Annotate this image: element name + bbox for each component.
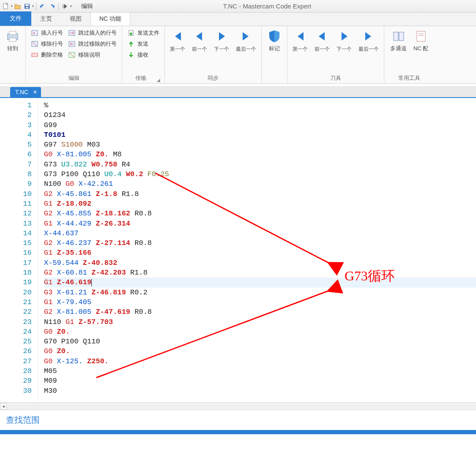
code-line[interactable]: M05 <box>44 366 476 376</box>
line-number: 17 <box>0 258 32 268</box>
line-number: 3 <box>0 120 32 130</box>
prev-icon <box>193 30 206 43</box>
svg-rect-2 <box>25 4 29 6</box>
title-bar: ▾ ▾ ▾ 编辑 T.NC - Mastercam Code Expert <box>0 0 476 13</box>
code-line[interactable]: N110 G1 Z-57.703 <box>44 317 476 327</box>
code-editor[interactable]: 1234567891011121314151617181920212223242… <box>0 98 476 402</box>
goto-button[interactable]: 转到 <box>3 28 23 54</box>
code-area[interactable]: G73循环 %O1234G99T0101G97 S1000 M03G0 X-81… <box>38 98 476 402</box>
first-icon <box>293 30 307 43</box>
tool-first-button[interactable]: 第一个 <box>290 28 310 54</box>
code-line[interactable]: G2 X-81.005 Z-47.619 R0.8 <box>44 307 476 317</box>
group-transfer-label: 传输 <box>125 73 157 83</box>
sync-next-button[interactable]: 下一个 <box>211 28 232 54</box>
scroll-left-icon[interactable]: ◄ <box>0 403 7 410</box>
tab-view[interactable]: 视图 <box>61 12 90 26</box>
remove-line-no-button[interactable]: 移除行号 <box>28 39 66 49</box>
send-button[interactable]: 发送 <box>125 39 162 49</box>
code-line[interactable]: G0 X-125. Z250. <box>44 356 476 366</box>
code-line[interactable]: G3 X-61.21 Z-46.819 R0.2 <box>44 288 476 297</box>
insert-line-icon: # <box>31 29 38 37</box>
horizontal-scrollbar[interactable]: ◄ <box>0 402 476 410</box>
close-icon[interactable]: ✕ <box>32 89 38 95</box>
line-number: 6 <box>0 150 32 159</box>
code-line[interactable]: G97 S1000 M03 <box>44 140 476 150</box>
ribbon-tabs: 文件 主页 视图 NC 功能 <box>0 13 476 26</box>
code-line[interactable]: T0101 <box>44 130 476 140</box>
window-title: T.NC - Mastercam Code Expert <box>101 3 476 10</box>
code-line[interactable]: G1 Z-18.092 <box>44 199 476 209</box>
tab-home[interactable]: 主页 <box>31 12 61 26</box>
group-sync-label: 同步 <box>167 73 259 83</box>
code-line[interactable]: G1 Z-35.166 <box>44 248 476 258</box>
group-edit: #插入行号 移除行号 删除空格 跳过插入的行号 跳过移除的行号 移除说明 编辑 <box>26 26 122 83</box>
code-line[interactable]: G70 P100 Q110 <box>44 337 476 346</box>
nc-config-button[interactable]: NC 配 <box>410 28 432 54</box>
sync-last-button[interactable]: 最后一个 <box>233 28 259 54</box>
run-icon[interactable] <box>61 2 69 11</box>
group-common-label: 常用工具 <box>387 73 432 83</box>
svg-rect-19 <box>417 31 425 41</box>
edit-menu[interactable]: 编辑 <box>74 1 101 12</box>
code-line[interactable]: G1 X-44.429 Z-26.314 <box>44 219 476 229</box>
multi-channel-button[interactable]: 多通道 <box>387 28 410 54</box>
code-line[interactable]: O1234 <box>44 110 476 120</box>
svg-rect-17 <box>394 32 398 41</box>
line-number: 23 <box>0 317 32 327</box>
tab-file[interactable]: 文件 <box>0 11 31 26</box>
code-line[interactable]: G1 Z-46.619 <box>44 278 476 287</box>
group-mark: 标记 <box>262 26 287 83</box>
code-line[interactable]: G2 X-60.81 Z-42.203 R1.8 <box>44 268 476 278</box>
document-tab[interactable]: T.NC ✕ <box>10 87 41 97</box>
code-line[interactable]: M30 <box>44 386 476 396</box>
code-line[interactable]: % <box>44 101 476 110</box>
tab-nc[interactable]: NC 功能 <box>90 12 130 26</box>
code-line[interactable]: G0 X-81.005 Z0. M8 <box>44 150 476 159</box>
code-line[interactable]: G1 X-79.405 <box>44 297 476 307</box>
undo-icon[interactable] <box>38 2 47 11</box>
code-line[interactable]: X-59.544 Z-40.832 <box>44 258 476 268</box>
remove-desc-button[interactable]: 移除说明 <box>66 50 119 60</box>
code-line[interactable]: G99 <box>44 120 476 130</box>
sync-first-button[interactable]: 第一个 <box>167 28 188 54</box>
code-line[interactable]: N100 G0 X-42.261 <box>44 179 476 189</box>
line-number: 11 <box>0 199 32 209</box>
sync-prev-button[interactable]: 前一个 <box>189 28 210 54</box>
nc-config-label: NC 配 <box>413 45 428 52</box>
code-line[interactable]: G0 Z0. <box>44 327 476 337</box>
code-line[interactable]: G73 U3.822 W0.758 R4 <box>44 160 476 169</box>
redo-icon[interactable] <box>48 2 56 11</box>
skip-remove-button[interactable]: 跳过移除的行号 <box>66 39 119 49</box>
code-line[interactable]: X-44.637 <box>44 229 476 238</box>
code-line[interactable]: G73 P100 Q110 U0.4 W0.2 F0.25 <box>44 169 476 179</box>
tool-prev-button[interactable]: 前一个 <box>312 28 332 54</box>
svg-rect-6 <box>9 38 16 41</box>
line-number: 30 <box>0 386 32 396</box>
insert-line-no-button[interactable]: #插入行号 <box>28 28 66 38</box>
skip-insert-button[interactable]: 跳过插入的行号 <box>66 28 119 38</box>
group-goto-label <box>3 81 23 83</box>
code-line[interactable]: G2 X-45.855 Z-18.162 R0.8 <box>44 209 476 218</box>
delete-spaces-button[interactable]: 删除空格 <box>28 50 66 60</box>
quick-access-toolbar: ▾ ▾ ▾ <box>0 2 74 11</box>
code-line[interactable]: G0 Z0. <box>44 346 476 356</box>
line-number: 16 <box>0 248 32 258</box>
tool-last-button[interactable]: 最后一个 <box>356 28 381 54</box>
line-number: 1 <box>0 101 32 110</box>
code-line[interactable]: G2 X-46.237 Z-27.114 R0.8 <box>44 238 476 248</box>
receive-button[interactable]: 接收 <box>125 50 162 60</box>
code-line[interactable]: M09 <box>44 376 476 386</box>
find-scope-label[interactable]: 查找范围 <box>0 410 476 430</box>
code-line[interactable]: G2 X-45.861 Z-1.8 R1.8 <box>44 189 476 199</box>
new-file-icon[interactable] <box>2 2 10 11</box>
svg-rect-5 <box>9 31 16 35</box>
open-file-icon[interactable] <box>14 2 22 11</box>
save-icon[interactable] <box>23 2 31 11</box>
line-number: 4 <box>0 130 32 140</box>
line-number: 2 <box>0 110 32 120</box>
line-number: 20 <box>0 288 32 297</box>
mark-button[interactable]: 标记 <box>264 28 285 54</box>
send-file-button[interactable]: 发送文件 <box>125 28 162 38</box>
transfer-dialog-launcher[interactable]: ◢ <box>157 78 162 83</box>
tool-next-button[interactable]: 下一个 <box>334 28 354 54</box>
